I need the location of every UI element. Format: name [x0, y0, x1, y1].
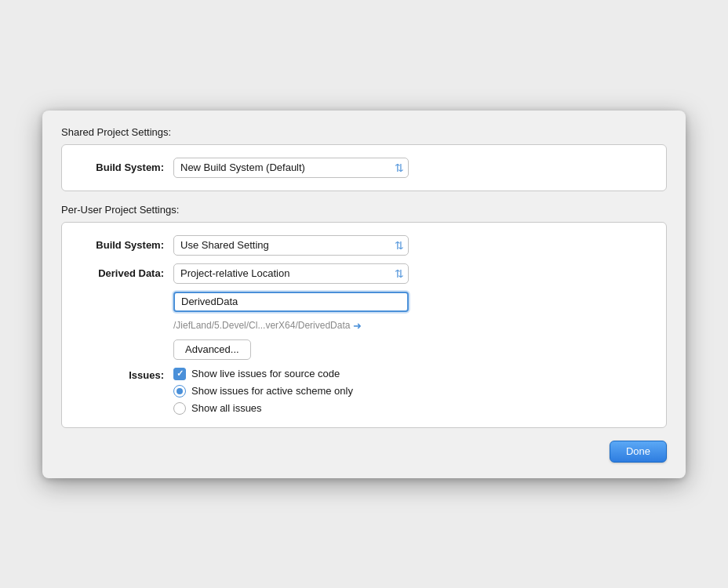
- per-user-derived-data-select[interactable]: Default Location Project-relative Locati…: [173, 263, 409, 284]
- footer: Done: [61, 441, 667, 463]
- per-user-derived-data-wrapper: Default Location Project-relative Locati…: [173, 263, 409, 284]
- shared-build-system-row: Build System: New Build System (Default)…: [78, 158, 650, 178]
- issue-option-active-scheme: Show issues for active scheme only: [173, 385, 353, 397]
- issue-option-live: Show live issues for source code: [173, 368, 353, 380]
- derived-data-input[interactable]: [173, 292, 409, 312]
- per-user-build-system-row: Build System: Use Shared Setting Legacy …: [78, 235, 650, 256]
- derived-data-path-row: /JiefLand/5.Devel/Cl...verX64/DerivedDat…: [173, 320, 650, 332]
- shared-build-system-label: Build System:: [78, 162, 164, 173]
- dialog: Shared Project Settings: Build System: N…: [42, 111, 686, 478]
- issues-options: Show live issues for source code Show is…: [173, 368, 353, 415]
- shared-build-system-wrapper: New Build System (Default) Legacy Build …: [173, 158, 409, 178]
- all-issues-label: Show all issues: [191, 402, 262, 414]
- live-issues-label: Show live issues for source code: [191, 368, 340, 379]
- per-user-derived-data-row: Derived Data: Default Location Project-r…: [78, 263, 650, 284]
- issues-label: Issues:: [78, 368, 164, 381]
- path-arrow-icon: ➜: [353, 320, 362, 332]
- derived-data-input-row: [173, 292, 650, 312]
- per-user-build-system-label: Build System:: [78, 239, 164, 251]
- active-scheme-radio[interactable]: [173, 385, 186, 397]
- issue-option-all: Show all issues: [173, 402, 353, 415]
- per-user-settings-box: Build System: Use Shared Setting Legacy …: [61, 222, 667, 428]
- shared-settings-box: Build System: New Build System (Default)…: [61, 144, 667, 191]
- all-issues-radio[interactable]: [173, 402, 186, 415]
- shared-settings-label: Shared Project Settings:: [61, 126, 667, 138]
- done-button[interactable]: Done: [610, 441, 667, 463]
- per-user-settings-label: Per-User Project Settings:: [61, 204, 667, 216]
- per-user-derived-data-label: Derived Data:: [78, 267, 164, 279]
- advanced-button[interactable]: Advanced...: [173, 339, 251, 360]
- shared-build-system-select[interactable]: New Build System (Default) Legacy Build …: [173, 158, 409, 178]
- live-issues-checkbox[interactable]: [173, 368, 186, 380]
- derived-data-path-text: /JiefLand/5.Devel/Cl...verX64/DerivedDat…: [173, 320, 350, 331]
- active-scheme-label: Show issues for active scheme only: [191, 385, 353, 397]
- per-user-build-system-select[interactable]: Use Shared Setting Legacy Build System N…: [173, 235, 409, 256]
- per-user-build-system-wrapper: Use Shared Setting Legacy Build System N…: [173, 235, 409, 256]
- issues-section: Issues: Show live issues for source code…: [78, 368, 650, 415]
